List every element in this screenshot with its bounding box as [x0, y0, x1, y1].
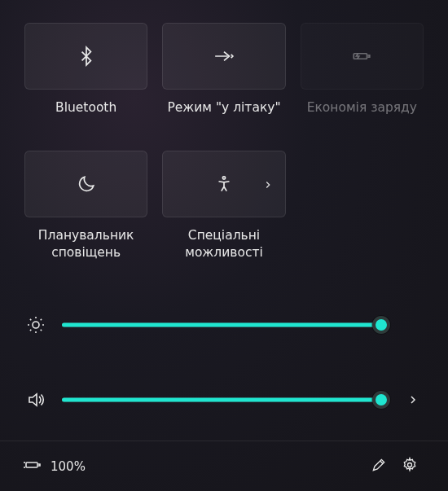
battery-percent-text: 100%: [51, 459, 86, 474]
battery-saver-icon: [351, 46, 372, 67]
brightness-slider[interactable]: [62, 315, 388, 335]
accessibility-icon: [213, 173, 235, 195]
airplane-mode-label: Режим "у літаку": [167, 99, 280, 116]
gear-icon: [402, 457, 418, 476]
airplane-icon: [213, 46, 235, 67]
quick-settings-tiles: Bluetooth Режим "у літаку" Економія заря…: [24, 23, 424, 261]
accessibility-label: Спеціальні можливості: [162, 227, 285, 261]
moon-icon: [76, 173, 97, 195]
focus-assist-label: Планувальник сповіщень: [24, 227, 147, 261]
volume-row: [24, 374, 424, 426]
settings-button[interactable]: [394, 451, 425, 482]
footer: 100%: [0, 441, 448, 491]
svg-point-2: [408, 463, 412, 467]
focus-assist-tile[interactable]: [24, 151, 147, 217]
battery-plug-icon: [23, 455, 42, 478]
bluetooth-tile[interactable]: [24, 23, 147, 90]
svg-point-0: [222, 177, 225, 179]
airplane-mode-tile[interactable]: [162, 23, 285, 90]
bluetooth-icon: [76, 46, 97, 67]
accessibility-tile[interactable]: [162, 151, 285, 217]
battery-saver-label: Економія заряду: [307, 99, 417, 116]
brightness-thumb[interactable]: [372, 316, 390, 334]
brightness-row: [24, 299, 424, 351]
svg-point-1: [33, 322, 39, 328]
chevron-right-icon: [262, 178, 274, 190]
volume-icon: [24, 390, 47, 410]
battery-status-button[interactable]: 100%: [23, 455, 86, 478]
bluetooth-label: Bluetooth: [55, 99, 116, 116]
edit-button[interactable]: [363, 451, 394, 482]
volume-thumb[interactable]: [372, 391, 390, 409]
volume-slider[interactable]: [62, 390, 388, 410]
pencil-icon: [371, 457, 387, 476]
brightness-icon: [24, 315, 47, 335]
volume-expand-button[interactable]: [402, 393, 424, 406]
battery-saver-tile[interactable]: [301, 23, 424, 90]
